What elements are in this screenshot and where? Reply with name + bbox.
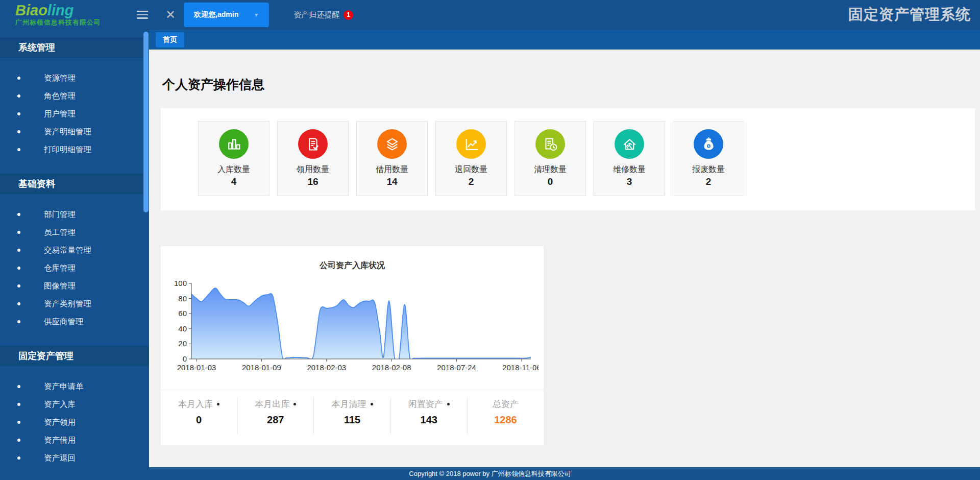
stat-card-label: 入库数量 [199,164,269,175]
summary-dot-icon [293,403,296,405]
stat-card-value: 16 [278,176,348,187]
tab-bar: 首页 [149,30,980,50]
summary-value: 143 [391,414,467,426]
summary-label: 总资产 [468,398,544,410]
svg-text:80: 80 [178,294,187,303]
summary-dot-icon [447,403,450,405]
stat-card: 维修数量 3 [594,121,665,196]
svg-text:20: 20 [178,339,187,348]
summary-item: 本月出库 287 [237,397,314,434]
svg-text:100: 100 [174,279,187,287]
stat-card-label: 清理数量 [515,164,585,175]
sidebar-item[interactable]: 资产借用 [0,431,149,449]
sidebar-item[interactable]: 供应商管理 [0,313,149,330]
stat-card: 领用数量 16 [277,121,349,196]
chart-title: 公司资产入库状况 [161,246,544,271]
sidebar-item[interactable]: 资产退回 [0,449,149,467]
hamburger-menu-icon[interactable] [137,9,150,21]
reminder-label: 资产归还提醒 [293,10,339,20]
layers-icon [377,129,407,159]
tab-home[interactable]: 首页 [156,32,184,47]
summary-label: 本月出库 [237,398,313,410]
svg-text:2018-07-24: 2018-07-24 [437,363,476,372]
asset-return-reminder[interactable]: 资产归还提醒 1 [293,10,353,20]
svg-text:60: 60 [178,309,187,318]
sidebar-section: 系统管理资源管理角色管理用户管理资产明细管理打印明细管理 [0,37,149,174]
sidebar-scrollbar-thumb[interactable] [143,32,149,212]
welcome-label: 欢迎您,admin [194,10,238,19]
stat-card-label: 领用数量 [278,164,348,175]
home-wrench-icon [615,129,644,159]
stat-card: 入库数量 4 [198,121,270,196]
logo-part2: ling [47,2,74,18]
sidebar-item[interactable]: 打印明细管理 [0,140,149,158]
sidebar-section-title[interactable]: 基础资料 [0,174,149,194]
svg-text:2018-01-09: 2018-01-09 [242,363,281,372]
sidebar-section-title[interactable]: 固定资产管理 [0,346,149,366]
summary-value: 0 [161,414,237,426]
summary-item: 总资产 1286 [468,397,544,434]
stat-card: 借用数量 14 [356,121,428,196]
sidebar-item[interactable]: 仓库管理 [0,259,149,277]
summary-dot-icon [371,403,373,405]
summary-label: 本月入库 [161,398,237,410]
chart-panel: 公司资产入库状况 0204060801002018-01-032018-01-0… [161,246,544,445]
summary-value: 115 [314,414,390,426]
sidebar-section: 固定资产管理资产申请单资产入库资产领用资产借用资产退回 [0,346,149,467]
summary-label: 闲置资产 [391,398,467,410]
sidebar-item[interactable]: 资源管理 [0,69,149,87]
summary-item: 本月入库 0 [161,397,237,434]
stat-card-value: 14 [357,176,427,187]
sidebar-item[interactable]: 资产领用 [0,413,149,431]
stat-card: 清理数量 0 [514,121,586,196]
svg-text:2018-01-03: 2018-01-03 [177,363,216,372]
line-chart-icon [456,129,486,159]
user-dropdown-button[interactable]: 欢迎您,admin ▼ [184,3,269,27]
sidebar-item[interactable]: 资产类别管理 [0,295,149,313]
sidebar-item[interactable]: 图像管理 [0,277,149,295]
summary-item: 本月清理 115 [314,397,390,434]
sidebar-item[interactable]: 角色管理 [0,87,149,105]
close-icon[interactable]: ✕ [165,9,176,21]
app-logo: Biaoling 广州标领信息科技有限公司 [0,3,128,27]
stat-card-value: 2 [673,176,744,187]
stat-card: 退回数量 2 [435,121,507,196]
sidebar-section-title[interactable]: 系统管理 [0,37,149,58]
summary-row: 本月入库 0 本月出库 287 本月清理 115 闲置资产 143 总资产 12… [161,390,544,434]
sidebar-section: 基础资料部门管理员工管理交易常量管理仓库管理图像管理资产类别管理供应商管理 [0,174,149,346]
stat-card-value: 0 [515,176,585,187]
svg-text:2018-11-06: 2018-11-06 [502,363,538,372]
sidebar-item[interactable]: 资产申请单 [0,377,149,395]
svg-text:40: 40 [178,324,187,333]
area-chart: 0204060801002018-01-032018-01-092018-02-… [161,274,544,382]
stat-card-label: 退回数量 [436,164,506,175]
sidebar-item[interactable]: 部门管理 [0,205,149,223]
svg-text:2018-02-08: 2018-02-08 [372,363,411,372]
summary-item: 闲置资产 143 [391,397,468,434]
main-content: 个人资产操作信息 入库数量 4 领用数量 16 借用数量 14 退回数量 2 清… [149,50,980,467]
system-title: 固定资产管理系统 [848,5,971,25]
company-name: 广州标领信息科技有限公司 [15,18,128,27]
logo-part1: Biao [15,2,47,18]
stat-card-value: 2 [436,176,506,187]
stat-card: $ 报废数量 2 [673,121,744,196]
reminder-count-badge: 1 [344,10,353,20]
sidebar: 系统管理资源管理角色管理用户管理资产明细管理打印明细管理基础资料部门管理员工管理… [0,30,149,467]
sidebar-item[interactable]: 资产明细管理 [0,123,149,140]
stat-cards-panel: 入库数量 4 领用数量 16 借用数量 14 退回数量 2 清理数量 0 维修数… [161,108,975,210]
page-title: 个人资产操作信息 [162,76,975,93]
sidebar-item[interactable]: 交易常量管理 [0,241,149,259]
sidebar-item[interactable]: 用户管理 [0,105,149,123]
bar-chart-icon [219,129,249,159]
sidebar-item[interactable]: 员工管理 [0,223,149,241]
summary-dot-icon [217,403,219,405]
document-clock-icon [535,129,565,159]
sidebar-item[interactable]: 资产入库 [0,395,149,413]
stat-card-label: 维修数量 [594,164,665,175]
footer: Copyright © 2018 power by 广州标领信息科技有限公司 [0,467,980,480]
stat-card-value: 4 [199,176,269,187]
sidebar-sections: 系统管理资源管理角色管理用户管理资产明细管理打印明细管理基础资料部门管理员工管理… [0,37,149,467]
svg-text:2018-02-03: 2018-02-03 [307,363,346,372]
logo-text: Biaoling [15,3,128,18]
copyright-text: Copyright © 2018 power by 广州标领信息科技有限公司 [409,469,571,478]
